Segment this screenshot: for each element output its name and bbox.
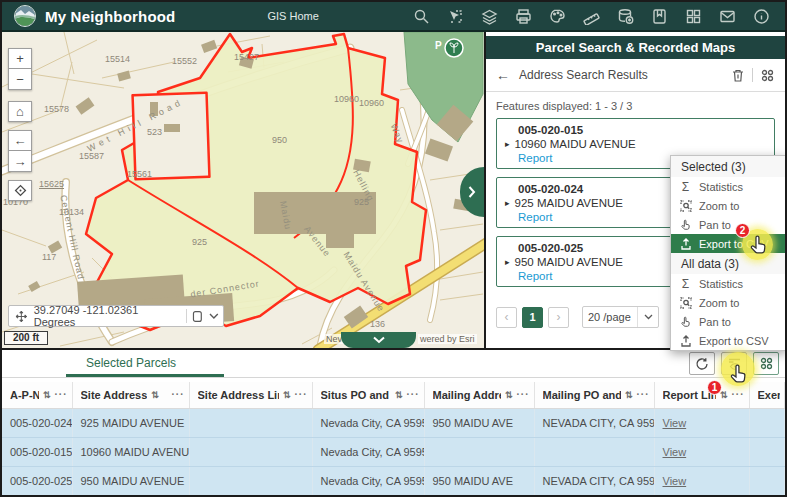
divider xyxy=(637,307,638,327)
refresh-button[interactable] xyxy=(689,352,715,375)
search-icon[interactable] xyxy=(412,7,431,26)
parcel-label: 15561 xyxy=(127,169,152,179)
scale-bar: 200 ft xyxy=(4,331,48,345)
column-menu-icon[interactable]: ··· xyxy=(732,389,745,400)
result-address: 950 MAIDU AVENUE xyxy=(515,256,623,268)
view-report-link[interactable]: View xyxy=(663,446,687,458)
column-header[interactable]: A-P-N⇅··· xyxy=(2,382,72,408)
column-menu-icon[interactable]: ··· xyxy=(407,389,420,400)
menu-item-statistics[interactable]: ΣStatistics xyxy=(671,274,786,293)
column-menu-icon[interactable]: ··· xyxy=(172,389,185,400)
view-report-link[interactable]: View xyxy=(663,417,687,429)
parcel-label: 925 xyxy=(192,237,207,247)
sort-icon[interactable]: ⇅ xyxy=(43,390,51,400)
previous-extent-button[interactable]: ← xyxy=(8,130,32,151)
menu-item-export-to-csv[interactable]: Export to CSV xyxy=(671,331,786,350)
back-arrow-icon[interactable]: ← xyxy=(496,67,510,83)
measure-icon[interactable] xyxy=(582,7,601,26)
expand-caret-icon[interactable]: ▸ xyxy=(505,257,510,267)
expand-caret-icon[interactable]: ▸ xyxy=(505,198,510,208)
layers-icon[interactable] xyxy=(480,7,499,26)
menu-item-zoom-to[interactable]: Zoom to xyxy=(671,196,786,215)
hand-cursor-icon xyxy=(748,234,770,256)
select-icon[interactable] xyxy=(446,7,465,26)
home-extent-button[interactable]: ⌂ xyxy=(8,101,32,122)
sort-icon[interactable]: ⇅ xyxy=(151,390,159,400)
results-title: Address Search Results xyxy=(519,68,648,82)
table-row[interactable]: 005-020-01510960 MAIDU AVENUENevada City… xyxy=(2,437,785,466)
parcel-label: 10960 xyxy=(359,98,384,108)
parcel-label: 523 xyxy=(147,127,162,137)
column-header[interactable]: Mailing PO and Zip⇅··· xyxy=(534,382,654,408)
menu-item-statistics[interactable]: ΣStatistics xyxy=(671,177,786,196)
coordinates-widget[interactable]: 39.27049 -121.02361 Degrees xyxy=(8,305,224,327)
add-data-icon[interactable] xyxy=(616,7,635,26)
column-header[interactable]: Exem xyxy=(749,382,785,408)
column-header[interactable]: Situs PO and Zip⇅··· xyxy=(312,382,424,408)
nav-gis-home[interactable]: GIS Home xyxy=(268,10,319,22)
report-link[interactable]: Report xyxy=(518,270,553,282)
table-row[interactable]: 005-020-024925 MAIDU AVENUENevada City, … xyxy=(2,408,785,437)
page-1-button[interactable]: 1 xyxy=(522,307,543,328)
locate-button[interactable] xyxy=(8,180,32,201)
next-page-button[interactable]: › xyxy=(548,307,569,328)
view-report-link[interactable]: View xyxy=(663,475,687,487)
apps-grid-icon[interactable] xyxy=(684,7,703,26)
expand-table-tab[interactable] xyxy=(341,332,416,348)
column-header[interactable]: Site Address Line 2⇅··· xyxy=(189,382,312,408)
column-menu-icon[interactable]: ··· xyxy=(517,389,530,400)
column-header[interactable]: Site Address⇅··· xyxy=(72,382,189,408)
draw-icon[interactable] xyxy=(548,7,567,26)
sort-icon[interactable]: ⇅ xyxy=(720,390,728,400)
copy-coordinates-icon[interactable] xyxy=(192,310,203,323)
map-controls: + − ⌂ ← → xyxy=(8,48,32,201)
sort-icon[interactable]: ⇅ xyxy=(395,390,403,400)
sort-icon[interactable]: ⇅ xyxy=(505,390,513,400)
sort-icon[interactable]: ⇅ xyxy=(283,390,291,400)
bookmark-icon[interactable] xyxy=(650,7,669,26)
expand-caret-icon[interactable]: ▸ xyxy=(505,139,510,149)
report-link[interactable]: Report xyxy=(518,211,553,223)
menu-item-pan-to[interactable]: Pan to xyxy=(671,215,786,234)
app-window: My Neighborhood GIS Home xyxy=(0,0,787,497)
actions-grid-icon[interactable] xyxy=(760,68,775,83)
sort-icon[interactable]: ⇅ xyxy=(625,390,633,400)
parcel-label: 15427 xyxy=(234,52,259,62)
menu-item-zoom-to[interactable]: Zoom to xyxy=(671,293,786,312)
zoom-in-button[interactable]: + xyxy=(8,48,32,69)
step-badge-1: 1 xyxy=(707,380,722,395)
column-header[interactable]: Mailing Address⇅··· xyxy=(424,382,534,408)
map-canvas[interactable]: 15552 15514 15427 15578 523 15561 15587 … xyxy=(2,32,484,348)
info-icon[interactable] xyxy=(752,7,771,26)
column-menu-icon[interactable]: ··· xyxy=(637,389,650,400)
report-link[interactable]: Report xyxy=(518,152,553,164)
column-menu-icon[interactable]: ··· xyxy=(55,389,68,400)
per-page-select[interactable]: 20 /page xyxy=(582,306,659,328)
per-page-value: 20 /page xyxy=(588,311,631,323)
print-icon[interactable] xyxy=(514,7,533,26)
email-icon[interactable] xyxy=(718,7,737,26)
menu-section-selected: Selected (3) xyxy=(671,156,786,177)
column-menu-icon[interactable]: ··· xyxy=(295,389,308,400)
zoom-to-icon xyxy=(679,297,692,309)
column-header[interactable]: Report Link⇅··· xyxy=(654,382,749,408)
parcels-table: A-P-N⇅··· Site Address⇅··· Site Address … xyxy=(2,382,785,496)
app-logo xyxy=(14,5,36,27)
table-row[interactable]: 005-020-025950 MAIDU AVENUENevada City, … xyxy=(2,466,785,495)
parcel-label: 15578 xyxy=(44,104,69,114)
attribute-table-section: Selected Parcels A-P-N⇅··· Site Address⇅… xyxy=(2,350,785,495)
map-attribution: wered by Esri xyxy=(418,334,477,344)
divider xyxy=(186,309,187,323)
pan-hand-icon xyxy=(679,316,692,328)
chevron-down-icon[interactable] xyxy=(209,313,219,319)
trash-icon[interactable] xyxy=(731,68,745,83)
zoom-out-button[interactable]: − xyxy=(8,69,32,90)
next-extent-button[interactable]: → xyxy=(8,151,32,172)
previous-page-button[interactable]: ‹ xyxy=(496,307,517,328)
table-actions-button[interactable] xyxy=(753,352,779,375)
parcel-label: 15625 xyxy=(39,179,64,189)
tab-selected-parcels[interactable]: Selected Parcels xyxy=(86,356,176,370)
menu-item-pan-to[interactable]: Pan to xyxy=(671,312,786,331)
sigma-icon: Σ xyxy=(679,180,692,194)
crosshair-move-icon xyxy=(15,310,28,323)
